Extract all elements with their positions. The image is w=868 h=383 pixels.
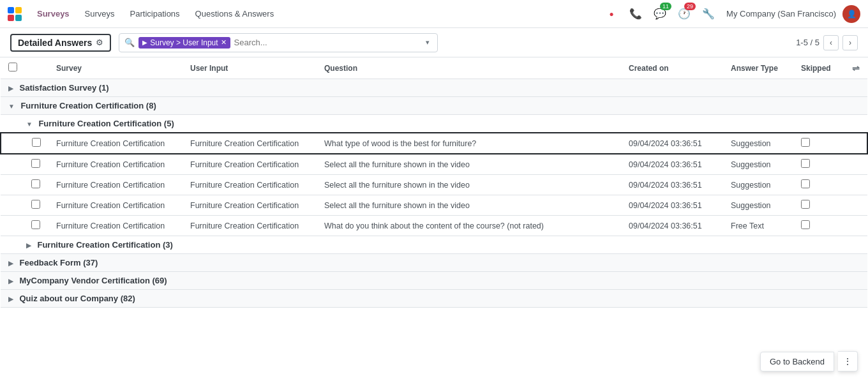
table-row: Furniture Creation Certification Furnitu… [1,133,867,154]
chat-icon[interactable]: 💬 11 [651,5,669,23]
app-logo[interactable] [8,7,22,21]
row-answertype: Free Text [723,216,793,236]
row-skipped-checkbox[interactable] [801,138,810,147]
group-row-quiz[interactable]: ▶ Quiz about our Company (82) [1,290,867,308]
expand-icon-quiz[interactable]: ▶ [8,296,13,303]
row-skipped[interactable] [793,154,844,175]
row-answertype: Suggestion [723,154,793,175]
header-created: Created on [621,57,723,79]
row-skipped-checkbox[interactable] [801,200,810,209]
settings-icon[interactable]: 🔧 [700,5,717,23]
top-navigation: Surveys Surveys Participations Questions… [0,0,868,28]
go-to-backend-button[interactable]: Go to Backend [760,352,834,372]
header-survey: Survey [49,57,183,79]
expand-icon-satisfaction[interactable]: ▶ [8,85,13,92]
row-skipped-checkbox[interactable] [801,220,810,229]
group-row-satisfaction[interactable]: ▶ Satisfaction Survey (1) [1,79,867,97]
group-label-furniture: Furniture Creation Certification (8) [20,101,156,110]
table-header-row: Survey User Input Question Created on An… [1,57,867,79]
row-created: 09/04/2024 03:36:51 [621,216,723,236]
topnav-icons: ● 📞 💬 11 🕐 29 🔧 My Company (San Francisc… [602,5,860,23]
page-title-box[interactable]: Detailed Answers ⚙ [10,34,111,52]
row-skipped[interactable] [793,133,844,154]
search-tag-label: Survey > User Input [150,38,218,47]
row-skipped-checkbox[interactable] [801,179,810,188]
row-survey: Furniture Creation Certification [49,216,183,236]
group-row-furniture[interactable]: ▼ Furniture Creation Certification (8) [1,97,867,115]
row-question: What type of wood is the best for furnit… [317,133,621,154]
user-avatar[interactable]: 👤 [842,5,860,23]
row-checkbox-cell[interactable] [1,175,49,195]
go-to-backend-more-button[interactable]: ⋮ [838,351,858,372]
row-question: What do you think about the content of t… [317,216,621,236]
settings-gear-icon[interactable]: ⚙ [96,38,103,47]
activity-badge: 29 [684,3,696,10]
row-checkbox-cell[interactable] [1,216,49,236]
toggle-icon-furniture[interactable]: ▼ [8,103,15,110]
phone-icon[interactable]: 📞 [627,5,645,23]
row-skipped[interactable] [793,175,844,195]
expand-icon-feedback[interactable]: ▶ [8,260,13,267]
search-tag[interactable]: ▶ Survey > User Input ✕ [138,37,230,49]
row-answertype: Suggestion [723,175,793,195]
nav-surveys[interactable]: Surveys [80,9,120,19]
row-checkbox[interactable] [31,200,40,209]
header-question: Question [317,57,621,79]
pagination-text: 1-5 / 5 [796,38,819,47]
recording-icon[interactable]: ● [602,5,620,23]
nav-surveys-app[interactable]: Surveys [32,9,75,19]
row-created: 09/04/2024 03:36:51 [621,175,723,195]
search-tag-close[interactable]: ✕ [221,38,227,47]
row-checkbox[interactable] [31,179,40,188]
row-checkbox[interactable] [32,138,41,147]
search-tag-icon: ▶ [142,39,147,46]
row-skipped[interactable] [793,195,844,216]
row-question: Select all the furniture shown in the vi… [317,154,621,175]
group-row-mycompany[interactable]: ▶ MyCompany Vendor Certification (69) [1,272,867,290]
row-skipped-checkbox[interactable] [801,159,810,168]
header-col-adjust[interactable]: ⇌ [844,57,867,79]
nav-participations[interactable]: Participations [125,9,185,19]
row-created: 09/04/2024 03:36:51 [621,133,723,154]
expand-icon-mycompany[interactable]: ▶ [8,278,13,285]
row-checkbox-cell[interactable] [1,195,49,216]
row-checkbox[interactable] [31,220,40,229]
subheader: Detailed Answers ⚙ 🔍 ▶ Survey > User Inp… [0,28,868,57]
header-skipped: Skipped [793,57,844,79]
row-answertype: Suggestion [723,133,793,154]
search-dropdown-icon[interactable]: ▾ [423,38,432,47]
search-icon: 🔍 [124,38,135,47]
select-all-checkbox[interactable] [8,63,17,71]
table-wrapper: Survey User Input Question Created on An… [0,57,868,383]
row-survey: Furniture Creation Certification [49,195,183,216]
nav-questions-answers[interactable]: Questions & Answers [190,9,280,19]
row-skipped[interactable] [793,216,844,236]
row-userinput: Furniture Creation Certification [183,195,317,216]
expand-icon-furniture-sub2[interactable]: ▶ [26,242,31,249]
pagination-prev[interactable]: ‹ [823,35,839,50]
bottom-bar: Go to Backend ⋮ [760,351,858,372]
row-userinput: Furniture Creation Certification [183,154,317,175]
table-row: Furniture Creation Certification Furnitu… [1,175,867,195]
pagination-next[interactable]: › [842,35,858,50]
group-label-satisfaction: Satisfaction Survey (1) [19,83,108,93]
group-row-furniture-sub2[interactable]: ▶ Furniture Creation Certification (3) [1,236,867,254]
row-checkbox-cell[interactable] [1,154,49,175]
row-userinput: Furniture Creation Certification [183,216,317,236]
search-bar[interactable]: 🔍 ▶ Survey > User Input ✕ ▾ [119,33,438,52]
row-checkbox[interactable] [31,159,40,168]
activity-icon[interactable]: 🕐 29 [675,5,693,23]
group-label-feedback: Feedback Form (37) [19,258,98,267]
col-adjust-icon[interactable]: ⇌ [852,63,860,73]
row-checkbox-cell[interactable] [1,133,49,154]
table-row: Furniture Creation Certification Furnitu… [1,154,867,175]
header-answertype: Answer Type [723,57,793,79]
row-answertype: Suggestion [723,195,793,216]
pagination-info: 1-5 / 5 ‹ › [796,35,858,50]
group-row-feedback[interactable]: ▶ Feedback Form (37) [1,254,867,272]
search-input[interactable] [234,38,420,47]
row-question: Select all the furniture shown in the vi… [317,175,621,195]
group-row-furniture-sub1[interactable]: ▼ Furniture Creation Certification (5) [1,115,867,133]
row-survey: Furniture Creation Certification [49,133,183,154]
toggle-icon-furniture-sub1[interactable]: ▼ [26,121,33,128]
